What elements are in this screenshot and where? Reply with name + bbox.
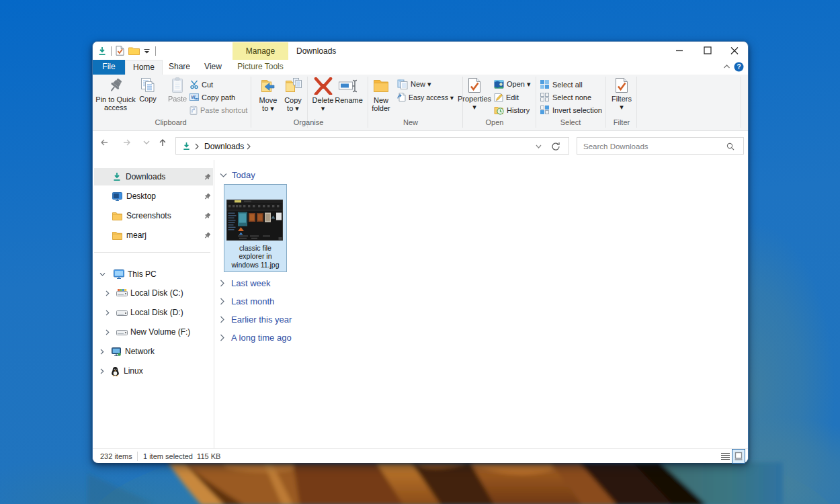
svg-text:?: ?	[737, 63, 741, 71]
